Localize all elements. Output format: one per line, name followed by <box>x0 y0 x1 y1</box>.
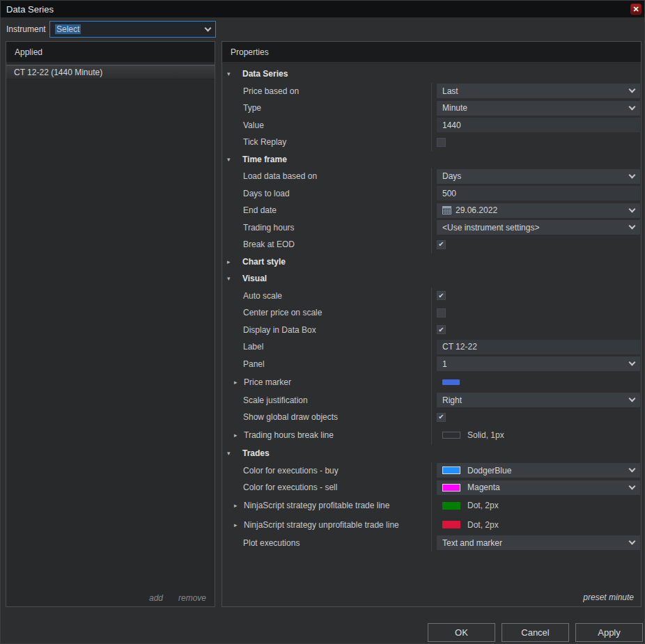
scale-justification-dropdown[interactable]: Right <box>437 393 640 407</box>
color-for-executions-buy-color-swatch <box>442 466 460 474</box>
days-to-load-label: Days to load <box>243 189 290 198</box>
price-marker-expander-expand-icon[interactable]: ▸ <box>234 379 242 386</box>
load-data-based-on-label-cell: Load data based on <box>222 168 431 185</box>
property-row-days-to-load: Days to load500 <box>222 185 641 203</box>
list-item[interactable]: CT 12-22 (1440 Minute) <box>6 65 215 79</box>
price-based-on-value: Last <box>442 86 458 96</box>
value-input[interactable]: 1440 <box>437 118 640 132</box>
color-for-executions-sell-dropdown[interactable]: Magenta <box>437 480 640 495</box>
section-data-series: ▾Data Series <box>222 65 641 83</box>
end-date-dropdown[interactable]: 29.06.2022 <box>437 203 640 218</box>
cancel-button[interactable]: Cancel <box>502 623 569 642</box>
type-dropdown[interactable]: Minute <box>437 101 640 116</box>
section-time-frame: ▾Time frame <box>222 151 641 168</box>
load-data-based-on-value: Days <box>442 171 461 181</box>
show-global-draw-objects-checkbox[interactable]: ✔ <box>437 413 446 422</box>
auto-scale-control-cell: ✔ <box>431 288 641 305</box>
display-in-data-box-checkbox[interactable]: ✔ <box>437 325 446 334</box>
property-row-panel: Panel1 <box>222 356 641 373</box>
panel-dropdown[interactable]: 1 <box>437 356 640 371</box>
properties-rows: ▾Data SeriesPrice based onLastTypeMinute… <box>222 65 641 551</box>
trading-hours-break-line-label: Trading hours break line <box>244 430 334 440</box>
price-based-on-dropdown[interactable]: Last <box>437 84 640 98</box>
display-in-data-box-label-cell: Display in Data Box <box>222 322 431 339</box>
trading-hours-break-line-line-sample[interactable] <box>442 432 460 439</box>
end-date-value: 29.06.2022 <box>456 205 497 215</box>
dialog-title: Data Series <box>6 4 54 15</box>
color-for-executions-buy-dropdown[interactable]: DodgerBlue <box>437 463 640 478</box>
instrument-label: Instrument <box>6 24 46 34</box>
load-data-based-on-dropdown[interactable]: Days <box>437 169 640 184</box>
type-control-cell: Minute <box>431 100 641 117</box>
ninjascript-strategy-unprofitable-trade-line-expander-expand-icon[interactable]: ▸ <box>234 521 242 528</box>
center-price-on-scale-label-cell: Center price on scale <box>222 304 431 322</box>
add-link[interactable]: add <box>149 593 163 603</box>
plot-executions-dropdown[interactable]: Text and marker <box>437 535 640 550</box>
chevron-down-icon <box>629 205 636 212</box>
property-row-ninjascript-strategy-profitable-trade-line: ▸NinjaScript strategy profitable trade l… <box>222 496 641 516</box>
price-marker-color-swatch[interactable] <box>442 379 460 385</box>
remove-link[interactable]: remove <box>178 593 206 603</box>
color-for-executions-buy-label-cell: Color for executions - buy <box>222 462 431 480</box>
applied-header: Applied <box>6 42 215 62</box>
checkmark-icon: ✔ <box>438 414 444 421</box>
visual-expander-collapse-icon[interactable]: ▾ <box>227 275 235 282</box>
plot-executions-label-cell: Plot executions <box>222 535 431 552</box>
tick-replay-label: Tick Replay <box>243 137 286 147</box>
checkmark-icon: ✔ <box>438 327 444 333</box>
trading-hours-dropdown[interactable]: <Use instrument settings> <box>437 220 640 235</box>
time-frame-label: Time frame <box>242 155 287 164</box>
scale-justification-control-cell: Right <box>431 392 641 409</box>
checkmark-icon: ✔ <box>438 292 444 299</box>
price-based-on-label: Price based on <box>243 86 299 96</box>
break-at-eod-checkbox[interactable]: ✔ <box>437 240 446 249</box>
tick-replay-checkbox[interactable] <box>437 138 446 147</box>
show-global-draw-objects-label-cell: Show global draw objects <box>222 409 431 426</box>
property-row-color-for-executions-buy: Color for executions - buyDodgerBlue <box>222 462 641 480</box>
days-to-load-input[interactable]: 500 <box>437 186 640 201</box>
scale-justification-label: Scale justification <box>243 395 308 405</box>
trades-expander-collapse-icon[interactable]: ▾ <box>227 450 235 457</box>
show-global-draw-objects-control-cell: ✔ <box>431 409 641 426</box>
time-frame-expander-collapse-icon[interactable]: ▾ <box>227 156 235 163</box>
property-row-type: TypeMinute <box>222 100 641 117</box>
property-row-scale-justification: Scale justificationRight <box>222 392 641 409</box>
trading-hours-label: Trading hours <box>243 223 295 233</box>
center-price-on-scale-checkbox[interactable] <box>437 308 446 317</box>
load-data-based-on-label: Load data based on <box>243 171 317 181</box>
ninjascript-strategy-profitable-trade-line-color-swatch[interactable] <box>442 502 460 510</box>
ninjascript-strategy-unprofitable-trade-line-label-cell: ▸NinjaScript strategy unprofitable trade… <box>222 515 431 535</box>
ninjascript-strategy-profitable-trade-line-control-cell: Dot, 2px <box>431 496 641 516</box>
auto-scale-checkbox[interactable]: ✔ <box>437 291 446 300</box>
load-data-based-on-control-cell: Days <box>431 168 641 185</box>
apply-button[interactable]: Apply <box>575 623 643 642</box>
label-label: Label <box>243 342 263 352</box>
ok-button[interactable]: OK <box>428 623 495 642</box>
instrument-select[interactable]: Select <box>49 21 216 38</box>
trading-hours-break-line-expander-expand-icon[interactable]: ▸ <box>234 432 242 439</box>
type-label: Type <box>243 103 261 113</box>
data-series-dialog: Data Series ✕ Instrument Select Applied … <box>0 0 645 644</box>
property-row-value: Value1440 <box>222 117 641 134</box>
checkmark-icon: ✔ <box>438 241 444 248</box>
property-row-display-in-data-box: Display in Data Box✔ <box>222 322 641 339</box>
color-for-executions-buy-control-cell: DodgerBlue <box>431 462 641 480</box>
close-button[interactable]: ✕ <box>630 3 642 15</box>
plot-executions-control-cell: Text and marker <box>431 535 641 552</box>
trading-hours-break-line-value: Solid, 1px <box>467 430 504 440</box>
end-date-label: End date <box>243 205 277 215</box>
label-input[interactable]: CT 12-22 <box>437 340 640 354</box>
panel-label: Panel <box>243 359 265 369</box>
color-for-executions-sell-label-cell: Color for executions - sell <box>222 479 431 496</box>
ninjascript-strategy-unprofitable-trade-line-color-swatch[interactable] <box>442 521 460 528</box>
price-marker-label: Price marker <box>244 377 291 387</box>
property-row-label: LabelCT 12-22 <box>222 338 641 356</box>
tick-replay-control-cell <box>431 134 641 151</box>
chart-style-expander-expand-icon[interactable]: ▸ <box>227 258 235 265</box>
ninjascript-strategy-profitable-trade-line-expander-expand-icon[interactable]: ▸ <box>234 502 242 509</box>
visual-label-cell: ▾Visual <box>222 270 431 288</box>
visual-label: Visual <box>242 274 267 283</box>
chevron-down-icon <box>629 86 636 93</box>
property-row-ninjascript-strategy-unprofitable-trade-line: ▸NinjaScript strategy unprofitable trade… <box>222 515 641 535</box>
data-series-expander-collapse-icon[interactable]: ▾ <box>227 70 235 77</box>
